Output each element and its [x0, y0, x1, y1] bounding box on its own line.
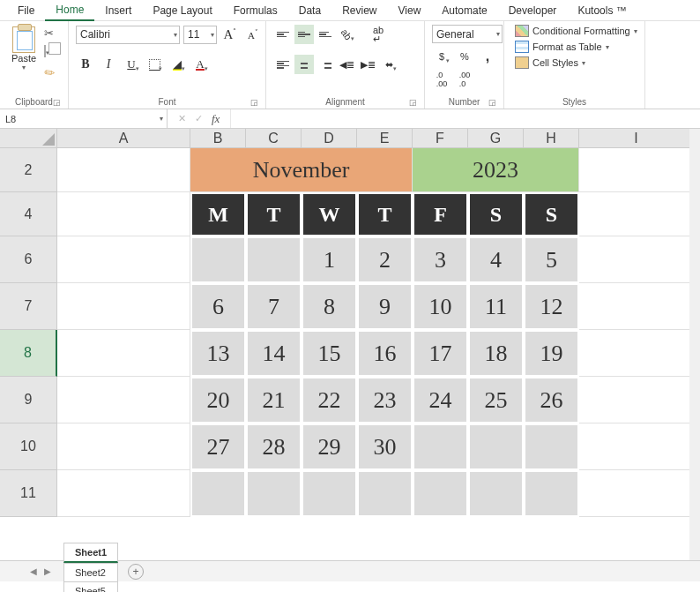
calendar-cell[interactable]: 22 [302, 377, 357, 423]
currency-button[interactable]: $▾ [432, 47, 451, 66]
calendar-cell[interactable]: 1 [302, 236, 357, 283]
format-painter-button[interactable]: ✎ [44, 65, 60, 79]
calendar-cell[interactable]: 30 [357, 423, 413, 470]
wrap-text-button[interactable]: ab↵ [369, 25, 388, 44]
cell[interactable] [57, 423, 190, 470]
row-header[interactable]: 4 [0, 192, 57, 236]
col-header-D[interactable]: D [302, 129, 357, 148]
col-header-I[interactable]: I [579, 129, 694, 148]
cell[interactable] [57, 148, 190, 192]
bold-button[interactable]: B [76, 55, 95, 74]
align-center-button[interactable] [294, 55, 314, 74]
col-header-H[interactable]: H [524, 129, 579, 148]
col-header-C[interactable]: C [246, 129, 302, 148]
name-box[interactable]: L8▾ [0, 109, 168, 128]
menu-file[interactable]: File [7, 1, 45, 20]
grow-font-button[interactable]: A˄ [220, 25, 240, 44]
calendar-cell[interactable]: 26 [524, 377, 579, 423]
calendar-cell[interactable] [413, 470, 468, 517]
calendar-cell[interactable]: 3 [413, 236, 468, 283]
cell[interactable] [57, 330, 190, 377]
merge-button[interactable]: ⬌▾ [379, 55, 398, 74]
cell[interactable] [579, 148, 694, 192]
calendar-cell[interactable]: 25 [468, 377, 524, 423]
menu-pagelayout[interactable]: Page Layout [142, 1, 222, 20]
calendar-cell[interactable]: 23 [357, 377, 413, 423]
menu-formulas[interactable]: Formulas [223, 1, 288, 20]
calendar-cell[interactable] [302, 470, 357, 517]
year-header-cell[interactable]: 2023 [413, 148, 579, 192]
calendar-cell[interactable] [246, 236, 302, 283]
calendar-cell[interactable]: 12 [524, 283, 579, 330]
cell-styles-button[interactable]: Cell Styles ▾ [515, 56, 585, 69]
menu-review[interactable]: Review [331, 1, 387, 20]
dialog-launcher-icon[interactable]: ◲ [488, 98, 496, 107]
calendar-cell[interactable] [413, 423, 468, 470]
cancel-icon[interactable]: ✕ [178, 113, 186, 124]
calendar-cell[interactable]: 19 [524, 330, 579, 377]
fx-icon[interactable]: fx [212, 112, 220, 126]
conditional-formatting-button[interactable]: Conditional Formatting ▾ [515, 25, 637, 37]
align-right-button[interactable] [316, 55, 335, 74]
fill-color-button[interactable]: ◢▾ [168, 55, 187, 74]
calendar-cell[interactable]: 2 [357, 236, 413, 283]
format-as-table-button[interactable]: Format as Table ▾ [515, 41, 609, 53]
cell[interactable] [57, 377, 190, 423]
cell[interactable] [579, 470, 694, 517]
calendar-cell[interactable] [524, 423, 579, 470]
day-header[interactable]: W [302, 192, 357, 236]
decrease-indent-button[interactable]: ◀≣ [337, 55, 356, 74]
calendar-cell[interactable]: 8 [302, 283, 357, 330]
col-header-G[interactable]: G [468, 129, 524, 148]
menu-view[interactable]: View [388, 1, 432, 20]
menu-home[interactable]: Home [45, 0, 94, 21]
cell[interactable] [57, 470, 190, 517]
menu-data[interactable]: Data [288, 1, 331, 20]
align-middle-button[interactable] [294, 25, 314, 44]
select-all-corner[interactable] [0, 129, 57, 148]
cell[interactable] [57, 283, 190, 330]
calendar-cell[interactable] [524, 470, 579, 517]
month-header-cell[interactable]: November [190, 148, 413, 192]
row-header[interactable]: 2 [0, 148, 57, 192]
copy-button[interactable]: ▾ [44, 46, 60, 60]
align-left-button[interactable] [273, 55, 293, 74]
day-header[interactable]: F [413, 192, 468, 236]
dialog-launcher-icon[interactable]: ◲ [409, 98, 417, 107]
day-header[interactable]: S [468, 192, 524, 236]
calendar-cell[interactable]: 14 [246, 330, 302, 377]
tab-prev-icon[interactable]: ◀ [30, 566, 37, 576]
tab-next-icon[interactable]: ▶ [44, 566, 51, 576]
cell[interactable] [579, 236, 694, 283]
row-header[interactable]: 11 [0, 470, 57, 517]
day-header[interactable]: S [524, 192, 579, 236]
calendar-cell[interactable]: 16 [357, 330, 413, 377]
dialog-launcher-icon[interactable]: ◲ [53, 98, 61, 107]
calendar-cell[interactable]: 15 [302, 330, 357, 377]
calendar-cell[interactable]: 28 [246, 423, 302, 470]
add-sheet-button[interactable]: + [128, 564, 144, 580]
cell[interactable] [579, 423, 694, 470]
day-header[interactable]: M [190, 192, 246, 236]
calendar-cell[interactable]: 9 [357, 283, 413, 330]
comma-button[interactable]: , [478, 47, 497, 66]
calendar-cell[interactable]: 29 [302, 423, 357, 470]
vertical-scrollbar[interactable] [689, 129, 700, 560]
calendar-cell[interactable]: 24 [413, 377, 468, 423]
align-top-button[interactable] [273, 25, 293, 44]
day-header[interactable]: T [357, 192, 413, 236]
row-header[interactable]: 7 [0, 283, 57, 330]
orientation-button[interactable]: ab▾ [337, 25, 356, 44]
calendar-cell[interactable]: 4 [468, 236, 524, 283]
calendar-cell[interactable]: 20 [190, 377, 246, 423]
calendar-cell[interactable] [468, 470, 524, 517]
row-header[interactable]: 10 [0, 423, 57, 470]
row-header[interactable]: 9 [0, 377, 57, 423]
calendar-cell[interactable]: 27 [190, 423, 246, 470]
day-header[interactable]: T [246, 192, 302, 236]
col-header-A[interactable]: A [57, 129, 190, 148]
align-bottom-button[interactable] [316, 25, 335, 44]
menu-insert[interactable]: Insert [94, 1, 142, 20]
borders-button[interactable]: ▾ [145, 55, 164, 74]
calendar-cell[interactable] [246, 470, 302, 517]
